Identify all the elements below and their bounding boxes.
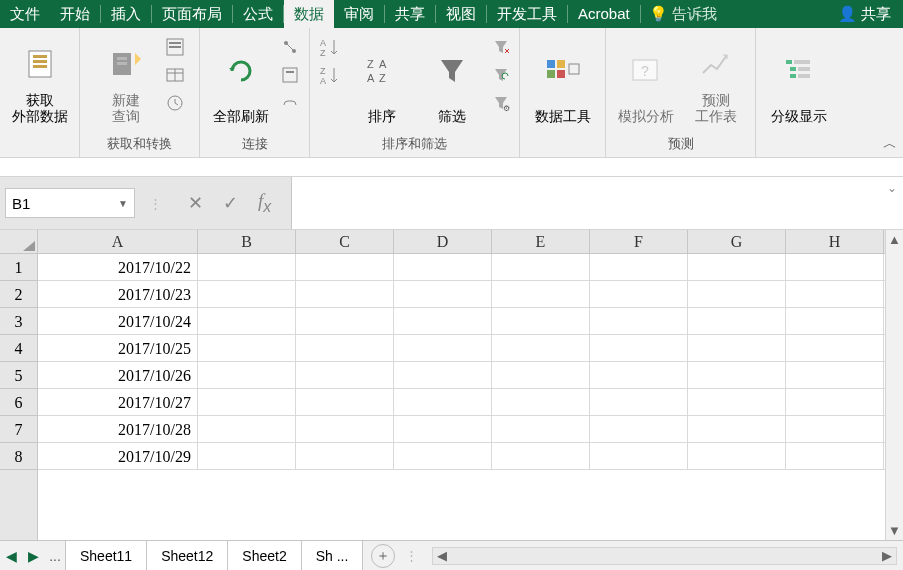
col-header[interactable]: B [198, 230, 296, 253]
cell[interactable] [198, 335, 296, 361]
cell[interactable] [786, 443, 884, 469]
cell[interactable] [296, 254, 394, 280]
cell[interactable] [198, 416, 296, 442]
sheet-tab[interactable]: Sh ... [301, 541, 364, 571]
cell[interactable] [590, 335, 688, 361]
col-header[interactable]: A [38, 230, 198, 253]
cell[interactable] [688, 389, 786, 415]
cell[interactable]: 2017/10/22 [38, 254, 198, 280]
tell-me[interactable]: 💡 告诉我 [641, 5, 725, 24]
more-sheets-button[interactable]: ... [44, 548, 66, 564]
tab-insert[interactable]: 插入 [101, 0, 151, 28]
cell[interactable] [394, 254, 492, 280]
edit-links-button[interactable] [277, 90, 303, 116]
tab-file[interactable]: 文件 [0, 0, 50, 28]
formula-input[interactable]: ⌄ [291, 177, 903, 229]
cell[interactable] [786, 281, 884, 307]
cell[interactable] [590, 308, 688, 334]
cell[interactable] [786, 389, 884, 415]
sheet-tab[interactable]: Sheet12 [146, 541, 228, 571]
vertical-scrollbar[interactable]: ▲ ▼ [885, 230, 903, 540]
sheet-tab[interactable]: Sheet2 [227, 541, 301, 571]
cell[interactable] [786, 335, 884, 361]
cell[interactable] [296, 308, 394, 334]
tab-review[interactable]: 审阅 [334, 0, 384, 28]
cell[interactable]: 2017/10/27 [38, 389, 198, 415]
col-header[interactable]: G [688, 230, 786, 253]
share-button[interactable]: 👤 共享 [826, 5, 903, 24]
cell[interactable] [198, 362, 296, 388]
properties-button[interactable] [277, 62, 303, 88]
scroll-left-icon[interactable]: ◀ [437, 548, 447, 563]
cell[interactable] [198, 443, 296, 469]
cell[interactable] [590, 281, 688, 307]
forecast-button[interactable]: 预测 工作表 [682, 34, 750, 126]
cell[interactable] [492, 335, 590, 361]
cell[interactable] [786, 416, 884, 442]
cell[interactable] [492, 389, 590, 415]
cell[interactable] [786, 308, 884, 334]
cell-grid[interactable]: 2017/10/22 2017/10/23 2017/10/24 2017/10… [38, 254, 885, 540]
chevron-down-icon[interactable]: ▼ [118, 198, 128, 209]
scroll-down-icon[interactable]: ▼ [888, 523, 901, 538]
cell[interactable] [590, 443, 688, 469]
col-header[interactable]: C [296, 230, 394, 253]
cell[interactable] [492, 362, 590, 388]
cell[interactable] [394, 308, 492, 334]
cell[interactable] [296, 335, 394, 361]
cell[interactable] [394, 443, 492, 469]
horizontal-scrollbar[interactable]: ◀ ▶ [432, 547, 897, 565]
tab-layout[interactable]: 页面布局 [152, 0, 232, 28]
cell[interactable] [198, 254, 296, 280]
row-header[interactable]: 2 [0, 281, 37, 308]
cell[interactable] [688, 281, 786, 307]
collapse-ribbon-button[interactable]: ︿ [883, 135, 897, 153]
cell[interactable] [394, 362, 492, 388]
sort-button[interactable]: ZAAZ 排序 [348, 34, 416, 126]
data-tools-button[interactable]: 数据工具 [529, 34, 597, 126]
cell[interactable] [492, 308, 590, 334]
prev-sheet-button[interactable]: ◀ [0, 548, 22, 564]
cell[interactable] [688, 416, 786, 442]
scroll-up-icon[interactable]: ▲ [888, 232, 901, 247]
scroll-right-icon[interactable]: ▶ [882, 548, 892, 563]
row-header[interactable]: 7 [0, 416, 37, 443]
row-header[interactable]: 6 [0, 389, 37, 416]
cell[interactable] [688, 254, 786, 280]
cell[interactable] [492, 281, 590, 307]
cell[interactable] [198, 281, 296, 307]
cell[interactable]: 2017/10/28 [38, 416, 198, 442]
cell[interactable] [492, 254, 590, 280]
col-header[interactable]: H [786, 230, 884, 253]
cancel-icon[interactable]: ✕ [188, 192, 203, 214]
cell[interactable] [296, 281, 394, 307]
cell[interactable] [198, 389, 296, 415]
cell[interactable] [786, 254, 884, 280]
cell[interactable] [590, 254, 688, 280]
row-header[interactable]: 3 [0, 308, 37, 335]
row-header[interactable]: 5 [0, 362, 37, 389]
tab-share[interactable]: 共享 [385, 0, 435, 28]
cell[interactable] [394, 389, 492, 415]
col-header[interactable]: E [492, 230, 590, 253]
connections-button[interactable] [277, 34, 303, 60]
clear-filter-button[interactable] [488, 34, 514, 60]
cell[interactable] [296, 362, 394, 388]
recent-sources-button[interactable] [162, 90, 188, 116]
next-sheet-button[interactable]: ▶ [22, 548, 44, 564]
cell[interactable] [394, 416, 492, 442]
cell[interactable] [688, 443, 786, 469]
filter-button[interactable]: 筛选 [418, 34, 486, 126]
add-sheet-button[interactable]: ＋ [371, 544, 395, 568]
sort-desc-button[interactable]: ZA [316, 62, 342, 88]
advanced-filter-button[interactable]: ⚙ [488, 90, 514, 116]
cell[interactable] [492, 416, 590, 442]
cell[interactable] [590, 389, 688, 415]
cell[interactable] [296, 416, 394, 442]
cell[interactable] [296, 389, 394, 415]
cell[interactable] [590, 416, 688, 442]
tab-formula[interactable]: 公式 [233, 0, 283, 28]
name-box[interactable]: B1 ▼ [5, 188, 135, 218]
cell[interactable] [786, 362, 884, 388]
sheet-tab[interactable]: Sheet11 [65, 541, 147, 571]
